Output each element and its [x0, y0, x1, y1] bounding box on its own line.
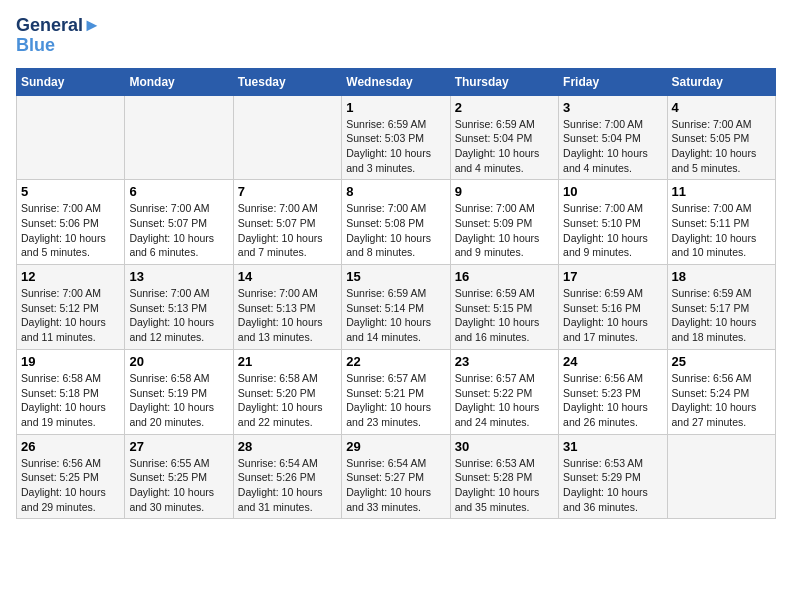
- day-number: 16: [455, 269, 554, 284]
- day-number: 19: [21, 354, 120, 369]
- calendar-cell: 15Sunrise: 6:59 AMSunset: 5:14 PMDayligh…: [342, 265, 450, 350]
- header-cell-saturday: Saturday: [667, 68, 775, 95]
- header-cell-thursday: Thursday: [450, 68, 558, 95]
- calendar-cell: 21Sunrise: 6:58 AMSunset: 5:20 PMDayligh…: [233, 349, 341, 434]
- day-info: Sunrise: 7:00 AMSunset: 5:07 PMDaylight:…: [129, 201, 228, 260]
- calendar-cell: 23Sunrise: 6:57 AMSunset: 5:22 PMDayligh…: [450, 349, 558, 434]
- calendar-cell: [667, 434, 775, 519]
- calendar-cell: 14Sunrise: 7:00 AMSunset: 5:13 PMDayligh…: [233, 265, 341, 350]
- week-row-2: 5Sunrise: 7:00 AMSunset: 5:06 PMDaylight…: [17, 180, 776, 265]
- calendar-cell: 29Sunrise: 6:54 AMSunset: 5:27 PMDayligh…: [342, 434, 450, 519]
- calendar-cell: 1Sunrise: 6:59 AMSunset: 5:03 PMDaylight…: [342, 95, 450, 180]
- calendar-cell: [233, 95, 341, 180]
- day-info: Sunrise: 6:54 AMSunset: 5:26 PMDaylight:…: [238, 456, 337, 515]
- logo-blue-text: Blue: [16, 36, 101, 56]
- header-cell-wednesday: Wednesday: [342, 68, 450, 95]
- header-cell-sunday: Sunday: [17, 68, 125, 95]
- day-number: 20: [129, 354, 228, 369]
- day-number: 24: [563, 354, 662, 369]
- day-number: 21: [238, 354, 337, 369]
- day-number: 9: [455, 184, 554, 199]
- calendar-cell: 5Sunrise: 7:00 AMSunset: 5:06 PMDaylight…: [17, 180, 125, 265]
- day-number: 2: [455, 100, 554, 115]
- day-info: Sunrise: 6:53 AMSunset: 5:29 PMDaylight:…: [563, 456, 662, 515]
- day-info: Sunrise: 7:00 AMSunset: 5:07 PMDaylight:…: [238, 201, 337, 260]
- calendar-cell: 8Sunrise: 7:00 AMSunset: 5:08 PMDaylight…: [342, 180, 450, 265]
- day-info: Sunrise: 6:59 AMSunset: 5:15 PMDaylight:…: [455, 286, 554, 345]
- day-info: Sunrise: 7:00 AMSunset: 5:08 PMDaylight:…: [346, 201, 445, 260]
- day-info: Sunrise: 6:58 AMSunset: 5:19 PMDaylight:…: [129, 371, 228, 430]
- day-number: 7: [238, 184, 337, 199]
- calendar-cell: 3Sunrise: 7:00 AMSunset: 5:04 PMDaylight…: [559, 95, 667, 180]
- day-info: Sunrise: 7:00 AMSunset: 5:10 PMDaylight:…: [563, 201, 662, 260]
- day-info: Sunrise: 6:59 AMSunset: 5:03 PMDaylight:…: [346, 117, 445, 176]
- calendar-cell: 27Sunrise: 6:55 AMSunset: 5:25 PMDayligh…: [125, 434, 233, 519]
- header-cell-friday: Friday: [559, 68, 667, 95]
- day-info: Sunrise: 6:54 AMSunset: 5:27 PMDaylight:…: [346, 456, 445, 515]
- calendar-cell: 20Sunrise: 6:58 AMSunset: 5:19 PMDayligh…: [125, 349, 233, 434]
- day-number: 22: [346, 354, 445, 369]
- calendar-cell: 16Sunrise: 6:59 AMSunset: 5:15 PMDayligh…: [450, 265, 558, 350]
- day-number: 12: [21, 269, 120, 284]
- week-row-1: 1Sunrise: 6:59 AMSunset: 5:03 PMDaylight…: [17, 95, 776, 180]
- day-number: 8: [346, 184, 445, 199]
- day-number: 25: [672, 354, 771, 369]
- day-info: Sunrise: 7:00 AMSunset: 5:09 PMDaylight:…: [455, 201, 554, 260]
- day-number: 15: [346, 269, 445, 284]
- day-info: Sunrise: 7:00 AMSunset: 5:04 PMDaylight:…: [563, 117, 662, 176]
- week-row-5: 26Sunrise: 6:56 AMSunset: 5:25 PMDayligh…: [17, 434, 776, 519]
- day-number: 11: [672, 184, 771, 199]
- calendar-cell: 4Sunrise: 7:00 AMSunset: 5:05 PMDaylight…: [667, 95, 775, 180]
- day-info: Sunrise: 6:53 AMSunset: 5:28 PMDaylight:…: [455, 456, 554, 515]
- calendar-cell: 9Sunrise: 7:00 AMSunset: 5:09 PMDaylight…: [450, 180, 558, 265]
- calendar-cell: 12Sunrise: 7:00 AMSunset: 5:12 PMDayligh…: [17, 265, 125, 350]
- day-info: Sunrise: 7:00 AMSunset: 5:13 PMDaylight:…: [129, 286, 228, 345]
- calendar-cell: 18Sunrise: 6:59 AMSunset: 5:17 PMDayligh…: [667, 265, 775, 350]
- day-number: 31: [563, 439, 662, 454]
- calendar-cell: 26Sunrise: 6:56 AMSunset: 5:25 PMDayligh…: [17, 434, 125, 519]
- calendar-cell: 28Sunrise: 6:54 AMSunset: 5:26 PMDayligh…: [233, 434, 341, 519]
- calendar-cell: 17Sunrise: 6:59 AMSunset: 5:16 PMDayligh…: [559, 265, 667, 350]
- day-number: 3: [563, 100, 662, 115]
- day-info: Sunrise: 6:59 AMSunset: 5:16 PMDaylight:…: [563, 286, 662, 345]
- day-info: Sunrise: 7:00 AMSunset: 5:06 PMDaylight:…: [21, 201, 120, 260]
- day-number: 6: [129, 184, 228, 199]
- day-number: 4: [672, 100, 771, 115]
- day-info: Sunrise: 6:56 AMSunset: 5:24 PMDaylight:…: [672, 371, 771, 430]
- day-number: 30: [455, 439, 554, 454]
- calendar-cell: 22Sunrise: 6:57 AMSunset: 5:21 PMDayligh…: [342, 349, 450, 434]
- day-info: Sunrise: 6:58 AMSunset: 5:18 PMDaylight:…: [21, 371, 120, 430]
- day-number: 26: [21, 439, 120, 454]
- day-number: 27: [129, 439, 228, 454]
- day-info: Sunrise: 7:00 AMSunset: 5:12 PMDaylight:…: [21, 286, 120, 345]
- logo: General► Blue: [16, 16, 101, 56]
- calendar-cell: [125, 95, 233, 180]
- calendar-cell: 10Sunrise: 7:00 AMSunset: 5:10 PMDayligh…: [559, 180, 667, 265]
- day-info: Sunrise: 6:55 AMSunset: 5:25 PMDaylight:…: [129, 456, 228, 515]
- day-info: Sunrise: 6:59 AMSunset: 5:17 PMDaylight:…: [672, 286, 771, 345]
- logo-text: General►: [16, 16, 101, 36]
- page-header: General► Blue: [16, 16, 776, 56]
- calendar-cell: 24Sunrise: 6:56 AMSunset: 5:23 PMDayligh…: [559, 349, 667, 434]
- day-info: Sunrise: 7:00 AMSunset: 5:05 PMDaylight:…: [672, 117, 771, 176]
- calendar-cell: [17, 95, 125, 180]
- day-number: 28: [238, 439, 337, 454]
- calendar-cell: 11Sunrise: 7:00 AMSunset: 5:11 PMDayligh…: [667, 180, 775, 265]
- calendar-cell: 19Sunrise: 6:58 AMSunset: 5:18 PMDayligh…: [17, 349, 125, 434]
- day-number: 5: [21, 184, 120, 199]
- day-number: 29: [346, 439, 445, 454]
- header-row: SundayMondayTuesdayWednesdayThursdayFrid…: [17, 68, 776, 95]
- calendar-cell: 25Sunrise: 6:56 AMSunset: 5:24 PMDayligh…: [667, 349, 775, 434]
- calendar-cell: 13Sunrise: 7:00 AMSunset: 5:13 PMDayligh…: [125, 265, 233, 350]
- calendar-cell: 31Sunrise: 6:53 AMSunset: 5:29 PMDayligh…: [559, 434, 667, 519]
- calendar-cell: 2Sunrise: 6:59 AMSunset: 5:04 PMDaylight…: [450, 95, 558, 180]
- calendar-cell: 6Sunrise: 7:00 AMSunset: 5:07 PMDaylight…: [125, 180, 233, 265]
- day-info: Sunrise: 6:57 AMSunset: 5:21 PMDaylight:…: [346, 371, 445, 430]
- day-info: Sunrise: 7:00 AMSunset: 5:11 PMDaylight:…: [672, 201, 771, 260]
- day-info: Sunrise: 6:59 AMSunset: 5:04 PMDaylight:…: [455, 117, 554, 176]
- day-number: 23: [455, 354, 554, 369]
- calendar-table: SundayMondayTuesdayWednesdayThursdayFrid…: [16, 68, 776, 520]
- day-info: Sunrise: 7:00 AMSunset: 5:13 PMDaylight:…: [238, 286, 337, 345]
- day-number: 17: [563, 269, 662, 284]
- day-info: Sunrise: 6:57 AMSunset: 5:22 PMDaylight:…: [455, 371, 554, 430]
